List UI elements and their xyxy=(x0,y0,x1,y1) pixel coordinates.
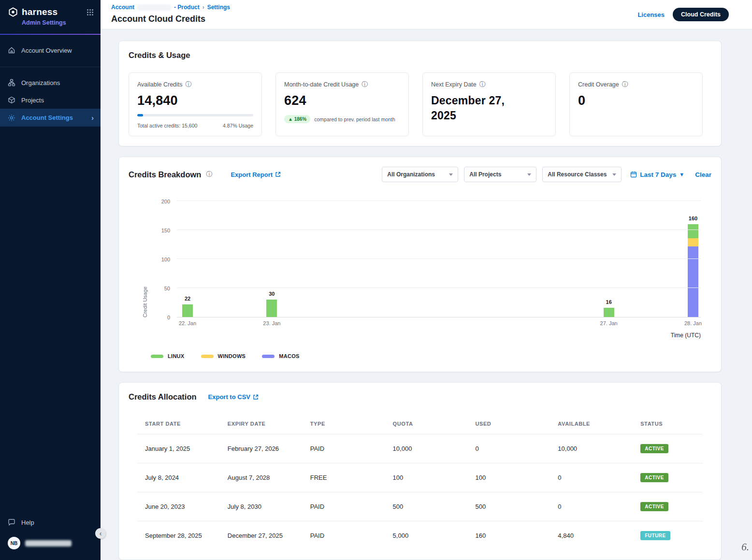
clear-filters-link[interactable]: Clear xyxy=(695,171,711,178)
page-content: Credits & Usage Available Credits ⓘ 14,8… xyxy=(101,29,752,560)
sidebar-item-account-overview[interactable]: Account Overview xyxy=(0,42,101,59)
chart-bar-segment-linux xyxy=(688,224,698,238)
info-icon[interactable]: ⓘ xyxy=(186,80,192,89)
chart-y-tick: 100 xyxy=(150,257,170,262)
credits-usage-card: Credits & Usage Available Credits ⓘ 14,8… xyxy=(118,41,722,146)
sidebar-item-account-settings[interactable]: Account Settings › xyxy=(0,109,101,127)
breadcrumb-chevron-icon: › xyxy=(202,4,204,11)
chart-data-label: 30 xyxy=(269,291,275,297)
credits-allocation-title: Credits Allocation xyxy=(129,392,197,402)
sidebar-item-projects[interactable]: Projects xyxy=(0,91,101,109)
cell-expiry: February 27, 2026 xyxy=(220,435,303,462)
usage-percent: 4.87% Usage xyxy=(223,123,253,129)
table-body: January 1, 2025February 27, 2026PAID10,0… xyxy=(137,434,703,550)
sidebar-header: harness Admin Settings xyxy=(0,0,101,34)
app-root: harness Admin Settings Account Overview xyxy=(0,0,752,560)
legend-label: LINUX xyxy=(168,353,185,359)
licenses-link[interactable]: Licenses xyxy=(637,11,665,18)
user-profile[interactable]: NB xyxy=(0,531,101,555)
chart-plot: 223016160 xyxy=(177,201,701,317)
column-header: QUOTA xyxy=(385,418,468,434)
cell-status: ACTIVE xyxy=(633,434,703,463)
cell-start: July 8, 2024 xyxy=(137,464,220,491)
apps-grid-icon[interactable] xyxy=(87,9,94,16)
cell-used: 500 xyxy=(467,493,550,520)
chart-y-tick: 50 xyxy=(150,286,170,291)
module-title: Admin Settings xyxy=(22,19,94,26)
sidebar-divider xyxy=(0,67,101,67)
credits-usage-chart: Credit Usage 050100150200 223016160 22. … xyxy=(129,197,711,343)
info-icon[interactable]: ⓘ xyxy=(622,80,628,89)
chat-bubble-icon xyxy=(8,518,15,526)
legend-label: WINDOWS xyxy=(218,353,246,359)
export-csv-link[interactable]: Export to CSV xyxy=(208,393,259,401)
cell-status: ACTIVE xyxy=(633,463,703,492)
info-icon[interactable]: ⓘ xyxy=(206,170,212,179)
credits-usage-title: Credits & Usage xyxy=(129,51,711,60)
sidebar-footer: Help NB xyxy=(0,514,101,560)
help-button[interactable]: Help xyxy=(0,514,101,531)
column-header: USED xyxy=(467,418,550,434)
breadcrumb-product[interactable]: - Product xyxy=(174,4,200,11)
cube-icon xyxy=(8,96,15,104)
avatar: NB xyxy=(8,537,20,549)
chart-legend: LINUXWINDOWSMACOS xyxy=(151,353,711,359)
chevron-right-icon: › xyxy=(91,114,94,122)
legend-item-macos[interactable]: MACOS xyxy=(262,353,299,359)
credit-overage-label: Credit Overage xyxy=(578,81,619,88)
cloud-credits-button[interactable]: Cloud Credits xyxy=(673,8,729,21)
chevron-down-icon xyxy=(449,173,453,176)
external-link-icon xyxy=(253,394,259,400)
resource-classes-filter[interactable]: All Resource Classes xyxy=(542,167,622,182)
allocation-table: START DATEEXPIRY DATETYPEQUOTAUSEDAVAILA… xyxy=(137,418,703,550)
table-header-row: START DATEEXPIRY DATETYPEQUOTAUSEDAVAILA… xyxy=(137,418,703,434)
status-badge: ACTIVE xyxy=(640,473,668,482)
redacted-username xyxy=(25,540,72,546)
status-badge: FUTURE xyxy=(640,531,670,540)
chart-gridline xyxy=(177,287,701,288)
chevron-down-icon xyxy=(612,173,616,176)
breadcrumb-settings[interactable]: Settings xyxy=(207,4,230,11)
cell-expiry: July 8, 2030 xyxy=(220,493,303,520)
sidebar: harness Admin Settings Account Overview xyxy=(0,0,101,560)
cell-used: 100 xyxy=(467,464,550,491)
credits-progress-fill xyxy=(137,114,143,116)
chart-y-axis: 050100150200 xyxy=(154,201,174,317)
table-row: July 8, 2024August 7, 2028FREE1001000ACT… xyxy=(137,463,703,492)
legend-item-linux[interactable]: LINUX xyxy=(151,353,185,359)
cell-quota: 10,000 xyxy=(385,435,468,462)
cell-start: September 28, 2025 xyxy=(137,522,220,549)
legend-label: MACOS xyxy=(279,353,299,359)
cell-status: ACTIVE xyxy=(633,492,703,521)
chart-bar xyxy=(266,300,277,317)
caret-down-icon: ▼ xyxy=(679,172,684,177)
next-expiry-card: Next Expiry Date ⓘ December 27, 2025 xyxy=(422,72,556,136)
trend-note: compared to prev. period last month xyxy=(314,116,395,122)
chevron-down-icon xyxy=(527,173,531,176)
chart-x-tick: 23. Jan xyxy=(263,320,280,326)
chart-data-label: 16 xyxy=(606,299,612,305)
cell-used: 0 xyxy=(467,435,550,462)
cell-type: PAID xyxy=(303,522,385,549)
credits-allocation-card: Credits Allocation Export to CSV START D… xyxy=(118,382,722,560)
chart-bar xyxy=(182,304,193,317)
mtd-usage-value: 624 xyxy=(284,93,400,108)
projects-filter[interactable]: All Projects xyxy=(464,167,536,182)
cell-type: PAID xyxy=(303,493,385,520)
cell-available: 10,000 xyxy=(550,435,633,462)
breadcrumb-account[interactable]: Account xyxy=(111,4,134,11)
org-chart-icon xyxy=(8,79,15,86)
legend-item-windows[interactable]: WINDOWS xyxy=(201,353,246,359)
organizations-filter[interactable]: All Organizations xyxy=(382,167,458,182)
cell-used: 160 xyxy=(467,522,550,549)
available-credits-card: Available Credits ⓘ 14,840 Total active … xyxy=(129,72,262,136)
info-icon[interactable]: ⓘ xyxy=(479,80,486,89)
info-icon[interactable]: ⓘ xyxy=(362,80,368,89)
sidebar-item-organizations[interactable]: Organizations xyxy=(0,74,101,91)
calendar-icon xyxy=(630,171,637,178)
cell-quota: 100 xyxy=(385,464,468,491)
date-range-filter[interactable]: Last 7 Days ▼ xyxy=(630,171,684,178)
legend-swatch xyxy=(201,355,214,358)
sidebar-collapse-handle[interactable]: ‹ xyxy=(95,528,106,539)
export-report-link[interactable]: Export Report xyxy=(231,171,281,178)
